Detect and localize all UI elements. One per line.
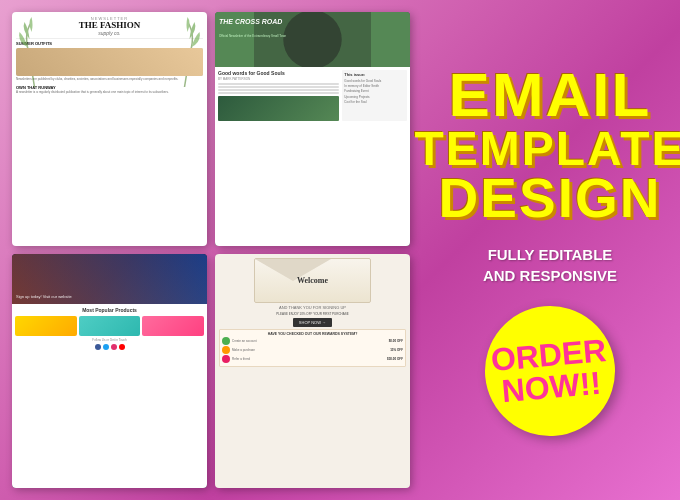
p2-this-issue-label: This issue: — [344, 72, 405, 77]
p2-issue-col: This issue: Good words for Good Souls In… — [342, 70, 407, 121]
order-now-text-line2: NOW!! — [500, 367, 602, 408]
p4-reward-label-1: Create an account — [232, 339, 387, 343]
preview-fashion-newsletter[interactable]: NEWSLETTER THE FASHION supply co. SUMMER… — [12, 12, 207, 246]
p4-reward-icon-purchase — [222, 346, 230, 354]
p4-reward-icon-refer — [222, 355, 230, 363]
p3-social-icons — [15, 344, 204, 350]
p1-person-image — [16, 48, 203, 76]
p2-columns: Good words for Good Souls BY MARK PATTER… — [218, 70, 407, 121]
p2-forest-image — [218, 96, 339, 121]
p3-youtube-icon — [119, 344, 125, 350]
p2-body: Good words for Good Souls BY MARK PATTER… — [215, 67, 410, 246]
p3-follow-text: Follow Us or Get in Touch — [15, 338, 204, 342]
headline-email: EMAIL — [414, 64, 680, 126]
order-now-button[interactable]: ORDER NOW!! — [480, 301, 621, 442]
p2-article-col: Good words for Good Souls BY MARK PATTER… — [218, 70, 339, 121]
subtitle-text: FULLY EDITABLE AND RESPONSIVE — [483, 244, 617, 286]
p4-reward-item-2: Make a purchase 15% OFF — [222, 346, 403, 354]
p2-issue-item-1: Good words for Good Souls — [344, 79, 405, 83]
p3-products-title: Most Popular Products — [15, 307, 204, 313]
p3-product-1 — [15, 316, 77, 336]
p2-cross-road-subtitle: Official Newsletter of the Extraordinary… — [219, 34, 286, 38]
subtitle-line2: AND RESPONSIVE — [483, 265, 617, 286]
p2-byline: BY MARK PATTERSON — [218, 77, 339, 81]
p3-body: Most Popular Products Follow Us or Get i… — [12, 304, 207, 488]
p2-hero-image: THE CROSS ROAD Official Newsletter of th… — [215, 12, 410, 67]
p4-rewards-section: HAVE YOU CHECKED OUT OUR REWARDS SYSTEM?… — [219, 329, 406, 367]
p4-reward-label-2: Make a purchase — [232, 348, 388, 352]
p2-issue-item-4: Upcoming Projects — [344, 95, 405, 99]
p4-reward-amount-1: $0.00 OFF — [389, 339, 403, 343]
p3-instagram-icon — [111, 344, 117, 350]
preview-welcome-email[interactable]: Welcome AND THANK YOU FOR SIGNING UP PLE… — [215, 254, 410, 488]
p4-reward-item-1: Create an account $0.00 OFF — [222, 337, 403, 345]
previews-section: NEWSLETTER THE FASHION supply co. SUMMER… — [0, 0, 420, 500]
p4-reward-item-3: Refer a friend $30.00 OFF — [222, 355, 403, 363]
p4-reward-amount-3: $30.00 OFF — [387, 357, 403, 361]
p2-text-line-4 — [218, 92, 339, 94]
p2-article-title: Good words for Good Souls — [218, 70, 339, 76]
headline-design: DESIGN — [414, 172, 680, 224]
p2-issue-item-3: Fundraising Event — [344, 89, 405, 93]
p3-product-3 — [142, 316, 204, 336]
p3-hero-text: Sign up today! Visit our website — [16, 294, 72, 300]
p4-reward-label-3: Refer a friend — [232, 357, 385, 361]
p2-text-line-2 — [218, 86, 339, 88]
marketing-section: EMAIL TEMPLATE DESIGN FULLY EDITABLE AND… — [420, 0, 680, 500]
main-headline: EMAIL TEMPLATE DESIGN — [414, 64, 680, 224]
p4-rewards-title: HAVE YOU CHECKED OUT OUR REWARDS SYSTEM? — [222, 332, 403, 336]
p2-issue-item-5: Cool for the Soul — [344, 100, 405, 104]
p4-discount-text: PLEASE ENJOY 10% OFF YOUR FIRST PURCHASE — [219, 312, 406, 316]
p4-envelope: Welcome — [254, 258, 371, 303]
p2-issue-item-2: In memory of Editor Smith — [344, 84, 405, 88]
p4-welcome-text: Welcome — [297, 276, 328, 285]
headline-template: TEMPLATE — [414, 126, 680, 172]
p3-twitter-icon — [103, 344, 109, 350]
p2-cross-road-title: THE CROSS ROAD — [219, 18, 282, 26]
p4-reward-icon-account — [222, 337, 230, 345]
p3-facebook-icon — [95, 344, 101, 350]
p3-products-grid — [15, 316, 204, 336]
p3-hero: Sign up today! Visit our website — [12, 254, 207, 304]
p2-text-line-3 — [218, 89, 339, 91]
p1-section2-text: A newsletter is a regularly distributed … — [16, 91, 203, 95]
p4-shop-now-button[interactable]: SHOP NOW → — [293, 318, 332, 327]
preview-ecommerce[interactable]: Sign up today! Visit our website Most Po… — [12, 254, 207, 488]
main-container: NEWSLETTER THE FASHION supply co. SUMMER… — [0, 0, 680, 500]
p2-text-line-1 — [218, 83, 339, 85]
preview-cross-road[interactable]: THE CROSS ROAD Official Newsletter of th… — [215, 12, 410, 246]
p4-reward-amount-2: 15% OFF — [390, 348, 403, 352]
subtitle-line1: FULLY EDITABLE — [483, 244, 617, 265]
p4-body: PLEASE ENJOY 10% OFF YOUR FIRST PURCHASE… — [215, 310, 410, 369]
p3-product-2 — [79, 316, 141, 336]
